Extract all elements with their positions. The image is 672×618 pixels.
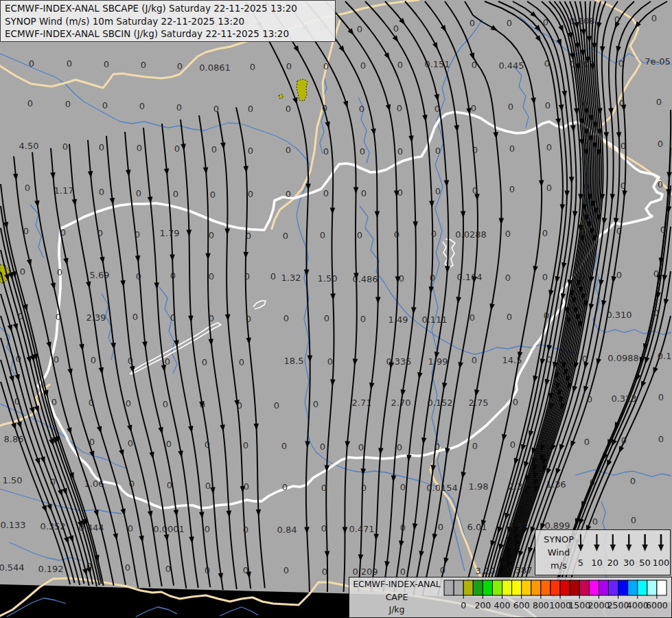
- station-value-label: 0: [51, 397, 57, 407]
- station-value-label: 0: [165, 356, 170, 367]
- station-value-label: 0: [244, 271, 250, 282]
- station-value-label: 0: [89, 398, 94, 408]
- station-value-label: 0: [141, 60, 146, 70]
- streamline-arrow-icon: [419, 551, 424, 558]
- streamline-arrow-icon: [547, 345, 552, 352]
- station-value-label: 0: [136, 188, 141, 198]
- streamline-arrow-icon: [13, 323, 18, 331]
- station-value-label: 0: [174, 144, 180, 154]
- station-value-label: 14.5: [502, 355, 522, 365]
- streamline-arrow-icon: [293, 45, 299, 53]
- station-value-label: 1.17: [54, 185, 74, 196]
- station-value-label: 0: [583, 141, 589, 151]
- station-value-label: 0.108: [569, 16, 594, 26]
- station-value-label: 0.84: [277, 525, 297, 535]
- station-value-label: 0: [281, 441, 287, 451]
- station-value-label: 0: [274, 400, 279, 411]
- streamline-arrow-icon: [69, 536, 73, 543]
- station-value-label: 0: [86, 561, 92, 571]
- streamline-arrow-icon: [330, 379, 336, 386]
- station-value-label: 2.39: [86, 312, 106, 323]
- station-value-label: 0: [590, 477, 595, 488]
- streamline-arrow-icon: [601, 300, 606, 307]
- station-value-label: 0: [205, 524, 210, 534]
- streamline-arrow-icon: [596, 22, 601, 30]
- streamline-arrow-icon: [72, 199, 78, 206]
- station-value-label: 0: [167, 480, 172, 490]
- station-value-label: 0: [57, 267, 62, 277]
- station-value-label: 0.444: [78, 523, 104, 533]
- station-value-label: 0: [653, 308, 659, 318]
- station-value-label: 0: [170, 271, 176, 281]
- streamline-arrow-icon: [119, 449, 124, 457]
- station-value-label: 0: [542, 272, 548, 282]
- streamline-arrow-icon: [354, 187, 359, 194]
- streamline-arrow-icon: [461, 211, 466, 218]
- streamline-arrow-icon: [442, 382, 448, 389]
- station-value-label: 0: [25, 183, 30, 193]
- wind-legend-arrows: 510203050100: [535, 530, 669, 574]
- station-value-label: 0: [544, 58, 550, 69]
- cape-tick-label: 0: [461, 600, 466, 610]
- streamline-arrow-icon: [540, 358, 545, 366]
- station-value-label: 0: [621, 435, 627, 446]
- station-value-label: 0: [509, 144, 515, 154]
- streamline-arrow-icon: [111, 343, 116, 350]
- station-value-label: 0: [91, 355, 96, 365]
- streamline-arrow-icon: [187, 230, 192, 237]
- station-value-label: 0: [165, 564, 171, 574]
- station-value-label: 0: [359, 104, 364, 114]
- station-value-label: 0: [97, 228, 103, 238]
- station-value-label: 0: [104, 59, 109, 69]
- streamline-arrow-icon: [589, 304, 594, 310]
- station-value-label: 1.06: [84, 479, 104, 489]
- streamline-arrow-icon: [619, 446, 625, 453]
- station-value-label: 0: [205, 439, 210, 450]
- station-value-label: 0: [656, 97, 662, 107]
- station-value-label: 0: [132, 312, 138, 322]
- wind-speed-arrow-icon: [626, 534, 632, 551]
- streamline-arrow-icon: [353, 358, 358, 365]
- streamline-arrow-icon: [256, 510, 262, 516]
- streamline-arrow-icon: [11, 423, 16, 431]
- station-value-label: 0: [170, 312, 176, 323]
- streamline-arrow-icon: [458, 362, 463, 369]
- station-value-label: 0.0001: [153, 524, 185, 534]
- streamline-arrow-icon: [456, 297, 462, 304]
- streamline-arrow-icon: [188, 426, 193, 433]
- station-value-label: 0: [62, 141, 68, 152]
- station-value-label: 0: [139, 101, 145, 111]
- station-value-label: 0: [137, 143, 142, 153]
- wind-speed-label: 30: [623, 558, 635, 568]
- streamline-arrow-icon: [570, 440, 575, 448]
- station-value-label: 0: [394, 229, 399, 240]
- station-value-label: 0: [209, 271, 214, 282]
- station-value-label: 0.152: [427, 398, 452, 408]
- station-value-label: 0: [128, 438, 133, 448]
- streamline-arrow-icon: [491, 25, 498, 30]
- station-value-label: 0: [581, 309, 586, 319]
- wind-speed-arrow-icon: [578, 534, 583, 551]
- station-value-label: 0: [616, 226, 622, 236]
- streamline-arrow-icon: [308, 355, 313, 362]
- wind-speed-arrow-icon: [610, 534, 616, 551]
- station-value-label: 0: [210, 190, 216, 200]
- streamline-arrow-icon: [30, 407, 34, 415]
- station-value-label: 0.133: [0, 520, 25, 530]
- streamline-arrow-icon: [292, 98, 297, 105]
- streamline-arrow-icon: [656, 292, 661, 299]
- station-value-label: 0: [438, 522, 443, 532]
- streamline-arrow-icon: [548, 290, 553, 297]
- title-line-sbcin: ECMWF-INDEX-ANAL SBCIN (J/kg) Saturday 2…: [5, 27, 331, 41]
- streamline-arrow-icon: [371, 128, 376, 135]
- station-value-label: 0: [361, 483, 367, 493]
- station-value-label: 1.99: [428, 356, 448, 367]
- station-value-label: 0.471: [349, 524, 374, 534]
- station-value-label: 0: [99, 142, 104, 152]
- station-value-label: 0: [321, 483, 327, 493]
- streamline-arrow-icon: [555, 276, 559, 284]
- streamline-arrow-icon: [154, 282, 159, 289]
- station-value-label: 0: [400, 482, 406, 492]
- station-value-label: 0: [435, 104, 440, 114]
- station-value-label: 0: [14, 396, 20, 407]
